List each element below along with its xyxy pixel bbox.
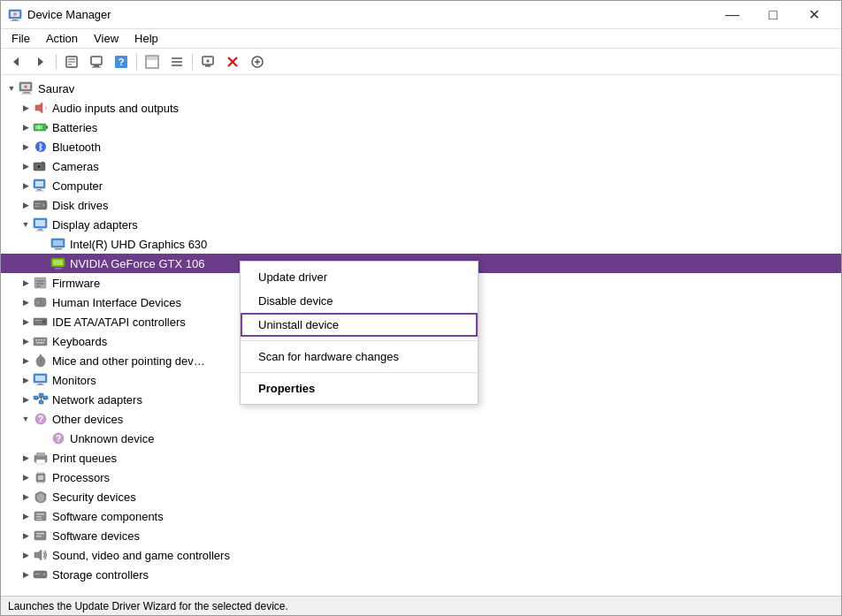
tree-processors[interactable]: ▶ Processors <box>1 468 841 487</box>
update-driver-button[interactable] <box>85 51 108 72</box>
hid-expander[interactable]: ▶ <box>19 295 33 309</box>
sw-devices-expander[interactable]: ▶ <box>19 529 33 543</box>
svg-rect-116 <box>36 533 44 535</box>
keyboards-expander[interactable]: ▶ <box>19 334 33 348</box>
svg-rect-33 <box>21 94 32 95</box>
tree-diskdrives[interactable]: ▶ Disk drives <box>1 195 841 215</box>
svg-point-83 <box>40 354 42 356</box>
svg-text:?: ? <box>56 434 61 444</box>
ctx-properties[interactable]: Properties <box>241 376 478 400</box>
monitors-expander[interactable]: ▶ <box>19 373 33 387</box>
tree-cameras[interactable]: ▶ Cameras <box>1 156 841 176</box>
svg-rect-101 <box>36 460 45 464</box>
tree-root[interactable]: ▼ Saurav <box>1 79 841 98</box>
mice-icon <box>33 353 49 369</box>
help-button[interactable]: ? <box>110 51 133 72</box>
properties-button[interactable] <box>60 51 83 72</box>
back-button[interactable] <box>4 51 27 72</box>
tree-print[interactable]: ▶ Print queues <box>1 448 841 468</box>
view1-button[interactable] <box>141 51 164 72</box>
svg-rect-77 <box>38 339 40 341</box>
svg-rect-60 <box>53 240 63 246</box>
svg-rect-79 <box>43 339 45 341</box>
install-button[interactable] <box>246 51 269 72</box>
processors-icon <box>33 469 49 485</box>
tree-bluetooth[interactable]: ▶ ᛒ Bluetooth <box>1 137 841 156</box>
tree-display[interactable]: ▼ Display adapters <box>1 215 841 234</box>
ctx-uninstall-device[interactable]: Uninstall device <box>241 313 478 337</box>
batteries-expander[interactable]: ▶ <box>19 120 33 134</box>
bluetooth-expander[interactable]: ▶ <box>19 140 33 154</box>
diskdrives-expander[interactable]: ▶ <box>19 198 33 212</box>
minimize-button[interactable]: — <box>712 1 753 29</box>
network-expander[interactable]: ▶ <box>19 392 33 407</box>
sw-components-expander[interactable]: ▶ <box>19 509 33 523</box>
uninstall-button[interactable] <box>221 51 244 72</box>
ctx-update-driver[interactable]: Update driver <box>241 265 478 289</box>
menu-action[interactable]: Action <box>39 30 85 47</box>
other-icon: ? <box>33 411 49 427</box>
mice-expander[interactable]: ▶ <box>19 354 33 368</box>
forward-button[interactable] <box>29 51 52 72</box>
svg-rect-3 <box>11 20 19 21</box>
audio-icon: ♪ <box>33 100 49 116</box>
view2-button[interactable] <box>165 51 188 72</box>
maximize-button[interactable]: □ <box>753 1 793 29</box>
close-button[interactable]: ✕ <box>793 1 834 29</box>
sw-devices-icon <box>33 528 49 544</box>
tree-computer[interactable]: ▶ Computer <box>1 176 841 195</box>
print-expander[interactable]: ▶ <box>19 451 33 465</box>
firmware-icon <box>33 275 49 291</box>
computer-expander[interactable]: ▶ <box>19 179 33 193</box>
ide-expander[interactable]: ▶ <box>19 315 33 329</box>
svg-marker-6 <box>38 57 43 66</box>
sound-expander[interactable]: ▶ <box>19 548 33 562</box>
tree-unknown[interactable]: ▶ ? Unknown device <box>1 429 841 448</box>
diskdrives-icon <box>33 197 49 213</box>
ctx-disable-device[interactable]: Disable device <box>241 289 478 313</box>
menu-help[interactable]: Help <box>127 30 165 47</box>
svg-rect-49 <box>37 189 42 191</box>
window-controls: — □ ✕ <box>712 1 834 29</box>
root-expander[interactable]: ▼ <box>4 81 19 95</box>
tree-sound[interactable]: ▶ Sound, video and game controllers <box>1 545 841 565</box>
svg-rect-76 <box>35 339 37 341</box>
device-tree[interactable]: ▼ Saurav ▶ ♪ <box>1 75 841 596</box>
svg-rect-13 <box>92 66 101 67</box>
ctx-scan[interactable]: Scan for hardware changes <box>241 345 478 369</box>
tree-sw-devices[interactable]: ▶ Software devices <box>1 526 841 545</box>
firmware-expander[interactable]: ▶ <box>19 276 33 290</box>
svg-rect-58 <box>36 231 44 232</box>
svg-rect-87 <box>36 384 44 385</box>
svg-rect-48 <box>35 181 43 186</box>
tree-other[interactable]: ▼ ? Other devices <box>1 409 841 429</box>
other-expander[interactable]: ▼ <box>19 412 33 426</box>
security-expander[interactable]: ▶ <box>19 490 33 504</box>
storage-expander[interactable]: ▶ <box>19 567 33 582</box>
tree-sw-components[interactable]: ▶ Software components <box>1 506 841 526</box>
menu-file[interactable]: File <box>4 30 37 47</box>
scan-button[interactable] <box>196 51 219 72</box>
tree-batteries[interactable]: ▶ Batteries <box>1 118 841 137</box>
tree-storage[interactable]: ▶ Storage controllers <box>1 565 841 584</box>
svg-rect-63 <box>53 260 63 265</box>
audio-expander[interactable]: ▶ <box>19 101 33 115</box>
unknown-label: Unknown device <box>70 432 841 445</box>
tree-audio[interactable]: ▶ ♪ Audio inputs and outputs <box>1 98 841 118</box>
svg-rect-57 <box>38 229 42 231</box>
app-icon <box>8 8 22 22</box>
svg-rect-22 <box>205 65 210 67</box>
menu-view[interactable]: View <box>87 30 126 47</box>
main-window: Device Manager — □ ✕ File Action View He… <box>0 0 842 616</box>
storage-label: Storage controllers <box>52 568 841 582</box>
cameras-expander[interactable]: ▶ <box>19 159 33 173</box>
tree-intel-gpu[interactable]: ▶ Intel(R) UHD Graphics 630 <box>1 234 841 254</box>
display-expander[interactable]: ▼ <box>19 217 33 232</box>
tree-security[interactable]: ▶ Security devices <box>1 487 841 506</box>
svg-rect-100 <box>36 452 45 456</box>
svg-rect-117 <box>36 536 42 537</box>
processors-expander[interactable]: ▶ <box>19 470 33 484</box>
cameras-label: Cameras <box>52 160 841 173</box>
svg-rect-38 <box>46 125 48 129</box>
security-label: Security devices <box>52 491 841 504</box>
